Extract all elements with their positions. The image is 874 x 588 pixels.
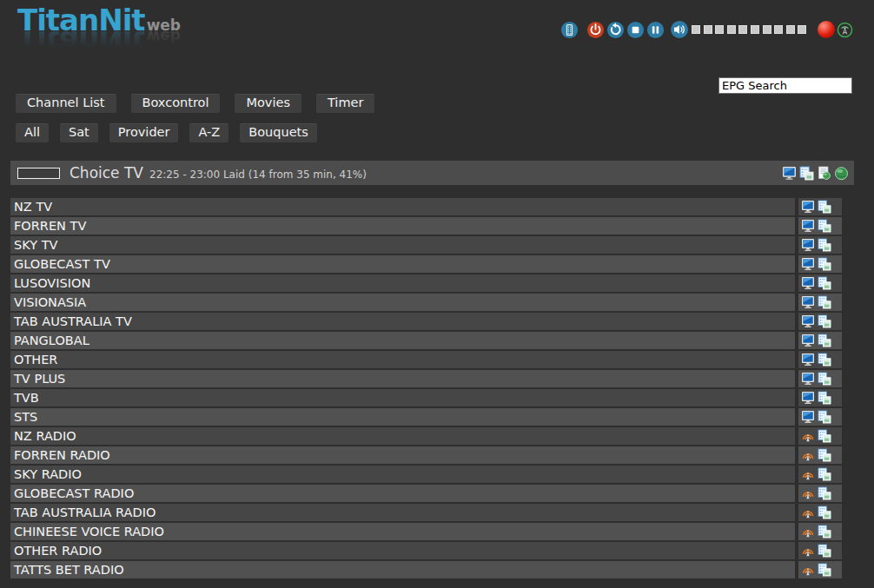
radio-icon[interactable] xyxy=(801,544,815,558)
radio-icon[interactable] xyxy=(801,429,815,443)
playlist-icon[interactable] xyxy=(818,334,831,347)
tv-icon[interactable] xyxy=(801,353,815,367)
filter-sat[interactable]: Sat xyxy=(60,123,98,142)
tv-icon[interactable] xyxy=(801,238,815,252)
channel-bar[interactable]: TVB xyxy=(10,389,795,406)
playlist-icon[interactable] xyxy=(818,314,831,328)
playlist-icon[interactable] xyxy=(818,467,831,481)
radio-icon[interactable] xyxy=(801,467,815,481)
playlist-icon[interactable] xyxy=(818,276,831,290)
tv-icon[interactable] xyxy=(801,276,815,290)
channel-bar[interactable]: OTHER xyxy=(10,351,795,368)
tv-icon[interactable] xyxy=(801,295,815,309)
playlist-icon[interactable] xyxy=(818,505,831,519)
channel-bar[interactable]: FORREN TV xyxy=(10,217,795,235)
volume-segment[interactable] xyxy=(751,25,759,34)
playlist-icon[interactable] xyxy=(818,525,831,538)
volume-segment[interactable] xyxy=(738,25,747,34)
epg-doc-icon[interactable] xyxy=(817,166,831,181)
volume-level-bar[interactable] xyxy=(692,25,806,34)
playlist-icon[interactable] xyxy=(818,391,831,405)
volume-segment[interactable] xyxy=(692,25,700,34)
radio-icon[interactable] xyxy=(801,486,815,500)
channel-bar[interactable]: PANGLOBAL xyxy=(10,332,795,349)
channel-bar[interactable]: SKY RADIO xyxy=(10,466,795,483)
nav-movies[interactable]: Movies xyxy=(235,94,301,113)
playlist-icon[interactable] xyxy=(818,257,831,271)
remote-control-icon[interactable] xyxy=(560,21,579,39)
playlist-icon[interactable] xyxy=(818,429,831,443)
nav-channel-list[interactable]: Channel List xyxy=(16,94,116,113)
filter-provider[interactable]: Provider xyxy=(109,123,179,142)
filter-all[interactable]: All xyxy=(16,123,49,142)
volume-mute-icon[interactable] xyxy=(670,20,689,39)
channel-bar[interactable]: NZ TV xyxy=(10,198,795,215)
channel-row: FORREN RADIO xyxy=(10,446,842,464)
radio-icon[interactable] xyxy=(801,525,815,538)
channel-bar[interactable]: FORREN RADIO xyxy=(10,446,795,464)
channel-name: TAB AUSTRALIA RADIO xyxy=(10,505,156,519)
reload-icon[interactable] xyxy=(606,21,625,39)
channel-bar[interactable]: NZ RADIO xyxy=(10,427,795,445)
tv-icon[interactable] xyxy=(801,334,815,347)
channel-bar[interactable]: TAB AUSTRALIA TV xyxy=(10,313,795,330)
tv-icon[interactable] xyxy=(801,257,815,271)
channel-bar[interactable]: TATTS BET RADIO xyxy=(10,561,795,578)
playlist-icon[interactable] xyxy=(818,410,831,424)
stop-icon[interactable] xyxy=(626,21,645,39)
playlist-icon[interactable] xyxy=(818,238,831,252)
volume-segment[interactable] xyxy=(798,25,806,34)
channel-bar[interactable]: OTHER RADIO xyxy=(10,542,795,559)
tv-icon[interactable] xyxy=(801,410,815,424)
channel-name: TAB AUSTRALIA TV xyxy=(10,314,132,328)
playlist-icon[interactable] xyxy=(818,563,831,577)
screen-icon[interactable] xyxy=(782,166,797,181)
playlist-icon[interactable] xyxy=(818,544,831,558)
channel-bar[interactable]: SKY TV xyxy=(10,236,795,254)
channel-actions xyxy=(798,542,842,559)
tv-icon[interactable] xyxy=(801,391,815,405)
volume-segment[interactable] xyxy=(715,25,724,34)
radio-icon[interactable] xyxy=(801,505,815,519)
channel-bar[interactable]: STS xyxy=(10,408,795,426)
filter-bouquets[interactable]: Bouquets xyxy=(240,123,317,142)
volume-segment[interactable] xyxy=(704,25,712,34)
radio-icon[interactable] xyxy=(801,448,815,462)
playlist-icon[interactable] xyxy=(799,166,814,181)
volume-segment[interactable] xyxy=(763,25,771,34)
playlist-icon[interactable] xyxy=(818,448,831,462)
web-globe-icon[interactable] xyxy=(834,166,849,181)
primary-nav: Channel ListBoxcontrolMoviesTimer xyxy=(16,94,374,113)
volume-segment[interactable] xyxy=(727,25,736,34)
playlist-icon[interactable] xyxy=(818,219,831,233)
channel-bar[interactable]: LUSOVISION xyxy=(10,274,795,292)
channel-name: PANGLOBAL xyxy=(10,334,89,347)
volume-segment[interactable] xyxy=(786,25,795,34)
pause-icon[interactable] xyxy=(646,21,665,39)
radio-icon[interactable] xyxy=(801,563,815,577)
tv-icon[interactable] xyxy=(801,372,815,386)
playlist-icon[interactable] xyxy=(818,295,831,309)
nav-boxcontrol[interactable]: Boxcontrol xyxy=(131,94,221,113)
tv-icon[interactable] xyxy=(801,219,815,233)
power-icon[interactable] xyxy=(586,21,605,39)
epg-search-input[interactable] xyxy=(718,77,852,94)
playlist-icon[interactable] xyxy=(818,372,831,386)
filter-a-z[interactable]: A-Z xyxy=(189,123,228,142)
nav-timer[interactable]: Timer xyxy=(316,94,374,113)
volume-segment[interactable] xyxy=(774,25,783,34)
channel-row: CHINEESE VOICE RADIO xyxy=(10,523,842,540)
playlist-icon[interactable] xyxy=(818,486,831,500)
channel-bar[interactable]: GLOBECAST RADIO xyxy=(10,485,795,502)
epg-search xyxy=(718,76,852,94)
channel-bar[interactable]: TV PLUS xyxy=(10,370,795,387)
channel-name: GLOBECAST RADIO xyxy=(10,486,134,500)
channel-bar[interactable]: CHINEESE VOICE RADIO xyxy=(10,523,795,540)
channel-bar[interactable]: GLOBECAST TV xyxy=(10,255,795,273)
playlist-icon[interactable] xyxy=(818,200,831,214)
channel-bar[interactable]: VISIONASIA xyxy=(10,294,795,311)
channel-bar[interactable]: TAB AUSTRALIA RADIO xyxy=(10,504,795,521)
tv-icon[interactable] xyxy=(801,314,815,328)
playlist-icon[interactable] xyxy=(818,353,831,367)
tv-icon[interactable] xyxy=(801,200,815,214)
